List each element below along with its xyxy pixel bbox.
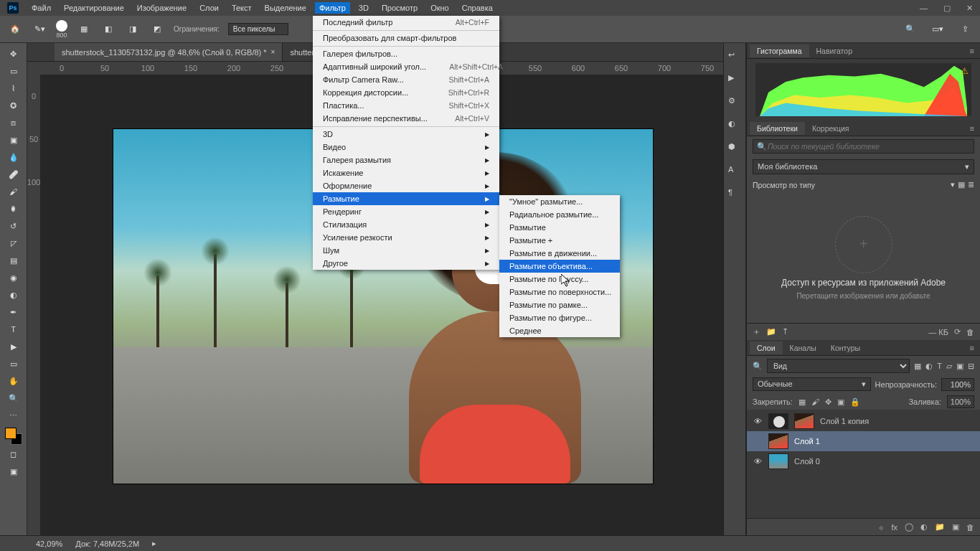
lock-artboard-icon[interactable]: ▣ <box>837 397 844 407</box>
lock-position-icon[interactable]: ✥ <box>825 397 831 407</box>
zoom-level[interactable]: 42,09% <box>36 540 62 548</box>
brush-preview[interactable]: 800 <box>56 20 67 39</box>
edit-toolbar-icon[interactable]: ⋯ <box>3 408 24 423</box>
document-tab[interactable]: shutterstock_1130573132.jpg @ 48,6% (Сло… <box>55 43 283 61</box>
color-swatches[interactable] <box>5 428 22 445</box>
fg-color-swatch[interactable] <box>5 428 17 439</box>
screenmode-icon[interactable]: ▣ <box>3 463 24 479</box>
menu-item[interactable]: Радиальное размытие... <box>499 208 620 221</box>
character-panel-icon[interactable]: A <box>728 165 741 178</box>
sample-fg-icon[interactable]: ◧ <box>100 22 116 37</box>
filter-toggle-icon[interactable]: ⊟ <box>968 362 974 371</box>
sample-all-icon[interactable]: ◩ <box>149 22 165 37</box>
lasso-tool-icon[interactable]: ⌇ <box>3 80 24 96</box>
share-icon[interactable]: ⇪ <box>957 22 973 37</box>
add-asset-placeholder[interactable]: + <box>835 216 892 273</box>
stamp-tool-icon[interactable]: ⧯ <box>3 201 24 217</box>
status-menu-icon[interactable]: ▸ <box>152 539 156 548</box>
menu-item[interactable]: Размытие <box>499 221 620 234</box>
menu-item[interactable]: Размытие по фигуре... <box>499 311 620 324</box>
menu-item[interactable]: Среднее <box>499 324 620 337</box>
layer-row[interactable]: 👁Слой 0 <box>747 451 980 471</box>
shape-tool-icon[interactable]: ▭ <box>3 356 24 372</box>
gradient-tool-icon[interactable]: ▤ <box>3 253 24 268</box>
layer-name[interactable]: Слой 0 <box>794 457 820 466</box>
styles-panel-icon[interactable]: ⬢ <box>728 142 741 155</box>
menu-item[interactable]: Размытие▶ <box>313 192 499 205</box>
pen-tool-icon[interactable]: ✒ <box>3 304 24 320</box>
sample-bg-icon[interactable]: ◨ <box>125 22 141 37</box>
filter-type-icon[interactable]: T <box>937 362 942 370</box>
menu-item[interactable]: Галерея размытия▶ <box>313 154 499 166</box>
tab-histogram[interactable]: Гистограмма <box>750 44 809 57</box>
add-content-icon[interactable]: ＋ <box>753 326 760 337</box>
menu-окно[interactable]: Окно <box>430 2 449 14</box>
properties-panel-icon[interactable]: ⚙ <box>728 96 741 109</box>
tab-libraries[interactable]: Библиотеки <box>750 122 805 135</box>
crop-tool-icon[interactable]: ⧈ <box>3 115 24 131</box>
layer-kind-filter[interactable]: Вид <box>767 359 910 373</box>
history-panel-icon[interactable]: ↩ <box>728 50 741 63</box>
grid-view-icon[interactable]: ▦ <box>958 180 965 189</box>
blur-tool-icon[interactable]: ◉ <box>3 270 24 286</box>
maximize-icon[interactable]: ▢ <box>943 4 951 13</box>
layer-row[interactable]: Слой 1 <box>747 431 980 451</box>
actions-panel-icon[interactable]: ▶ <box>728 73 741 86</box>
menu-item[interactable]: Стилизация▶ <box>313 218 499 231</box>
menu-item[interactable]: Размытие + <box>499 234 620 247</box>
menu-item[interactable]: Оформление▶ <box>313 179 499 192</box>
new-layer-icon[interactable]: ▣ <box>952 522 959 532</box>
close-tab-icon[interactable]: × <box>271 48 275 56</box>
menu-item[interactable]: Последний фильтрAlt+Ctrl+F <box>313 16 499 29</box>
menu-item[interactable]: Преобразовать для смарт-фильтров <box>313 30 499 44</box>
menu-item[interactable]: 3D▶ <box>313 126 499 141</box>
visibility-toggle-icon[interactable]: 👁 <box>753 417 763 425</box>
layer-name[interactable]: Слой 1 <box>794 437 820 446</box>
sync-icon[interactable]: ⟳ <box>954 327 961 336</box>
delete-icon[interactable]: 🗑 <box>966 328 974 336</box>
menu-item[interactable]: Шум▶ <box>313 244 499 257</box>
paragraph-panel-icon[interactable]: ¶ <box>728 188 741 201</box>
list-view-icon[interactable]: ≣ <box>968 180 974 189</box>
library-viewby-label[interactable]: Просмотр по типу <box>753 181 948 189</box>
menu-item[interactable]: Размытие объектива... <box>499 260 620 273</box>
minimize-icon[interactable]: — <box>920 4 928 13</box>
eraser-tool-icon[interactable]: ◸ <box>3 235 24 251</box>
adjustments-panel-icon[interactable]: ◐ <box>728 119 741 132</box>
delete-layer-icon[interactable]: 🗑 <box>966 523 974 532</box>
menu-изображение[interactable]: Изображение <box>137 2 187 14</box>
menu-item[interactable]: Адаптивный широкий угол...Alt+Shift+Ctrl… <box>313 60 499 73</box>
filter-pixel-icon[interactable]: ▦ <box>914 362 921 371</box>
close-icon[interactable]: ✕ <box>966 4 973 13</box>
menu-item[interactable]: Видео▶ <box>313 141 499 154</box>
menu-item[interactable]: Искажение▶ <box>313 166 499 179</box>
menu-item[interactable]: Коррекция дисторсии...Shift+Ctrl+R <box>313 86 499 99</box>
menu-item[interactable]: "Умное" размытие... <box>499 195 620 208</box>
blend-mode-select[interactable]: Обычные▾ <box>753 377 871 391</box>
zoom-tool-icon[interactable]: 🔍 <box>3 390 24 406</box>
link-layers-icon[interactable]: ⟐ <box>879 523 884 532</box>
tab-layers[interactable]: Слои <box>750 342 783 354</box>
layer-style-icon[interactable]: fx <box>891 523 897 532</box>
history-brush-tool-icon[interactable]: ↺ <box>3 218 24 234</box>
tab-correction[interactable]: Коррекция <box>805 122 857 135</box>
panel-menu-icon[interactable]: ≡ <box>964 124 980 133</box>
document-size[interactable]: Док: 7,48M/25,2M <box>75 540 139 548</box>
lock-all-icon[interactable]: 🔒 <box>850 397 860 407</box>
menu-просмотр[interactable]: Просмотр <box>382 2 418 14</box>
panel-menu-icon[interactable]: ≡ <box>964 344 980 352</box>
dodge-tool-icon[interactable]: ◐ <box>3 287 24 303</box>
workspace-icon[interactable]: ▭▾ <box>930 22 946 37</box>
menu-item[interactable]: Пластика...Shift+Ctrl+X <box>313 99 499 112</box>
panel-menu-icon[interactable]: ≡ <box>964 47 980 55</box>
upload-icon[interactable]: ⤒ <box>782 327 788 336</box>
opacity-input[interactable]: 100% <box>941 378 974 391</box>
layer-name[interactable]: Слой 1 копия <box>820 417 869 425</box>
tab-channels[interactable]: Каналы <box>783 342 824 354</box>
frame-tool-icon[interactable]: ▣ <box>3 132 24 148</box>
layer-mask-icon[interactable]: ◯ <box>905 522 913 532</box>
menu-item[interactable]: Исправление перспективы...Alt+Ctrl+V <box>313 112 499 125</box>
menu-3d[interactable]: 3D <box>359 2 369 14</box>
filter-shape-icon[interactable]: ▱ <box>946 362 952 371</box>
menu-выделение[interactable]: Выделение <box>265 2 306 14</box>
